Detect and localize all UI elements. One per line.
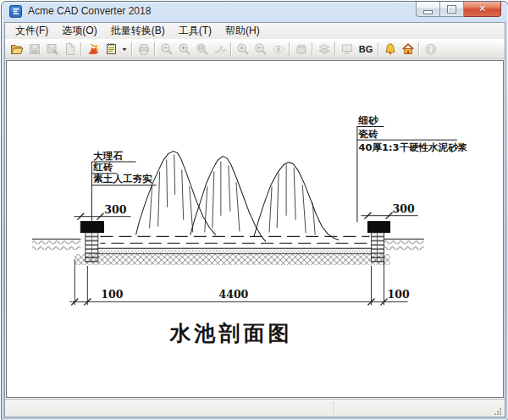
menu-item-tools[interactable]: 工具(T) [172,22,218,40]
toolbar-separator [378,42,379,56]
label-red-brick: 红砖 [92,161,113,173]
info-icon [424,42,438,56]
open-file-button[interactable] [8,41,25,58]
close-icon: ✕ [478,4,486,14]
ground-hatch-left [32,239,80,250]
app-icon [9,5,22,18]
menubar: 文件(F)选项(O)批量转换(B)工具(T)帮助(H) [5,23,505,39]
maximize-button[interactable] [440,2,464,17]
plugin-icon [295,42,308,56]
pan-arrow-icon [213,42,227,56]
zoom-window-button[interactable] [193,41,211,58]
printer-icon [137,42,151,56]
menu-item-help[interactable]: 帮助(H) [218,22,267,40]
label-marble: 大理石 [93,150,123,162]
batch-output-button[interactable] [102,41,119,58]
drawing-viewport[interactable]: 大理石 红砖 素土人工夯实 细砂 瓷砖 40厚1:3干硬 [6,60,504,398]
bell-icon [384,42,397,56]
home-page-button[interactable] [399,41,417,58]
dim-100-right: 100 [387,289,410,301]
toolbar-separator [80,42,82,56]
magnifier-plus-icon [178,42,191,56]
magnifier-minus-icon [160,42,174,56]
toolbar-separator [154,42,156,56]
water-level-lines [100,236,369,243]
magnifier-box-icon [196,42,209,56]
pan-button[interactable] [211,41,229,58]
maximize-icon [447,5,456,14]
label-ceramic-tile: 瓷砖 [357,128,378,140]
app-window: Acme CAD Converter 2018 ✕ 文件(F)选项(O)批量转换… [1,1,508,420]
drawing-title: 水池剖面图 [168,321,292,345]
output-format-menu-button[interactable] [119,41,130,58]
label-fine-sand: 细砂 [357,114,379,126]
close-button[interactable]: ✕ [464,2,501,17]
zoom-in-button[interactable] [175,41,193,58]
toolbar-separator [289,42,290,56]
document-icon [64,42,77,56]
zoom-previous-button[interactable] [251,41,269,58]
toolbar: BG [5,39,505,59]
folder-open-icon [10,42,24,56]
floppy-icon [28,42,41,56]
resize-grip[interactable] [493,405,503,415]
layers-icon [318,42,331,56]
menu-item-batch-convert[interactable]: 批量转换(B) [104,22,172,40]
menu-item-file[interactable]: 文件(F) [8,22,55,40]
zoom-out-button[interactable] [157,41,175,58]
window-title: Acme CAD Converter 2018 [28,5,151,17]
close-file-button[interactable] [61,41,79,58]
plugins-button[interactable] [292,41,310,58]
notebook-icon [104,42,118,56]
toolbar-separator [230,42,232,56]
dimension-top-left: 300 [74,203,130,220]
titlebar[interactable]: Acme CAD Converter 2018 ✕ [2,2,508,22]
monitor-icon [340,42,354,56]
home-icon [401,42,415,56]
label-compacted-soil: 素土人工夯实 [93,173,152,185]
window-controls: ✕ [416,2,501,17]
about-button[interactable] [422,41,439,58]
dim-4400: 4400 [218,289,248,301]
dim-100-left: 100 [101,289,124,301]
caret-down-icon [119,42,130,56]
magnifier-extents-icon [236,42,250,56]
convert-button[interactable] [84,41,102,58]
layers-button[interactable] [315,41,333,58]
menu-item-options[interactable]: 选项(O) [55,22,103,40]
pool-section-drawing: 大理石 红砖 素土人工夯实 细砂 瓷砖 40厚1:3干硬 [7,61,503,397]
zoom-extents-button[interactable] [234,41,251,58]
toolbar-separator [312,42,313,56]
statusbar [5,399,505,417]
save-button[interactable] [25,41,43,58]
toolbar-separator [334,42,336,56]
dimension-top-right: 300 [361,202,417,219]
floppy-pencil-icon [46,42,59,56]
eye-icon [272,42,285,56]
minimize-icon [423,10,433,14]
magnifier-previous-icon [254,42,268,56]
print-button[interactable] [135,41,152,58]
client-area: 文件(F)选项(O)批量转换(B)工具(T)帮助(H) BG [4,22,505,417]
toolbar-separator [131,42,133,56]
background-color-button[interactable]: BG [356,41,376,58]
label-cement-mortar: 40厚1:3干硬性水泥砂浆 [358,141,467,153]
dim-300-left: 300 [104,203,127,216]
save-as-button[interactable] [43,41,61,58]
toolbar-separator [418,42,420,56]
convert-flame-icon [86,42,100,56]
preview-button[interactable] [269,41,287,58]
rocks [136,152,340,242]
dim-300-right: 300 [393,202,416,215]
dimension-bottom: 100 4400 100 [69,259,410,305]
statusbar-divider [334,401,335,415]
display-settings-button[interactable] [338,41,356,58]
pool-bottom-layers [75,248,389,265]
ground-hatch-right [384,239,424,250]
alerts-button[interactable] [381,41,399,58]
minimize-button[interactable] [416,2,440,17]
